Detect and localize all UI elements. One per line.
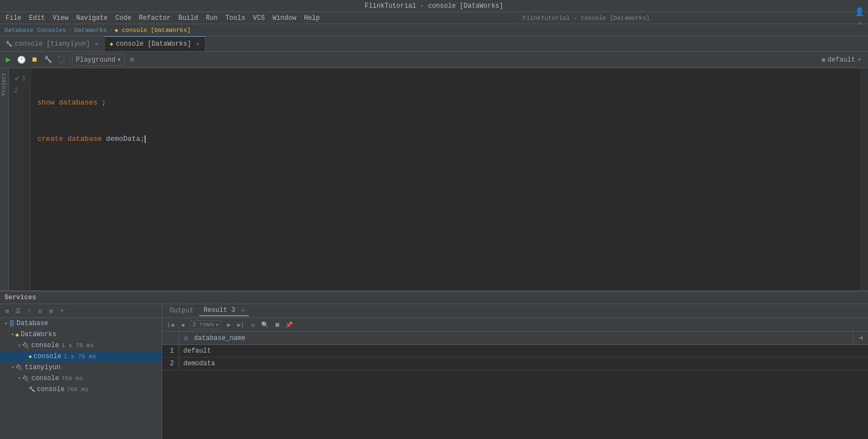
tree-database[interactable]: ▾ 🗄 Database <box>0 318 162 329</box>
line-2-num: 2 <box>9 85 26 97</box>
kw-databases: databases <box>59 97 97 109</box>
menu-refactor[interactable]: Refactor <box>136 13 174 23</box>
line-1-num: ✓ 1 <box>9 73 26 85</box>
table-row: 2 demodata <box>162 358 868 370</box>
tree-timing-2: 1 s 76 ms <box>63 353 96 360</box>
col-rownum <box>162 332 179 345</box>
row-2-num: 2 <box>162 358 179 370</box>
tree-database-label: Database <box>16 320 48 327</box>
results-table: ⊟ database_name ⊣ 1 default <box>162 332 868 370</box>
line-numbers: ✓ 1 2 <box>9 68 31 290</box>
playground-label: Playground <box>76 56 115 64</box>
menu-tools[interactable]: Tools <box>222 13 248 23</box>
con-icon-1: 🔌 <box>22 342 30 349</box>
breadcrumb-current: ◆ console [DataWorks] <box>115 27 191 34</box>
menu-edit[interactable]: Edit <box>26 13 48 23</box>
dw-icon: ◆ <box>15 331 19 338</box>
menu-navigate[interactable]: Navigate <box>73 13 111 23</box>
results-tabs: Output Result 3 ✕ <box>162 304 868 318</box>
tree-console-tyy-parent[interactable]: ▾ 🔌 console 766 ms <box>0 373 162 384</box>
stop-button[interactable]: ⏹ <box>29 54 41 66</box>
tree-console-dw-label: console <box>31 342 59 349</box>
svc-list-btn[interactable]: ☰ <box>13 306 23 316</box>
tree-console-dw-child-label: console <box>34 353 61 360</box>
left-sidebar: Project <box>0 68 9 290</box>
res-search-btn[interactable]: 🔍 <box>260 320 270 330</box>
run-button[interactable]: ▶ <box>2 54 14 66</box>
tree-dataworks[interactable]: ▾ ◆ DataWorks <box>0 329 162 340</box>
table-icon[interactable]: ⊞ <box>126 54 138 66</box>
menu-vcs[interactable]: VCS <box>250 13 268 23</box>
col-database-name-label: database_name <box>194 334 246 342</box>
title-bar: FlinkTutorial - console [DataWorks] <box>0 0 868 12</box>
svc-grid-btn[interactable]: ⊞ <box>2 306 12 316</box>
col-database-name: ⊟ database_name <box>179 332 853 345</box>
tab-tianyiyun-label: console [tianyiyun] <box>15 40 90 48</box>
tab-tianyiyun-close[interactable]: ✕ <box>95 41 98 47</box>
kw-database: database <box>68 133 102 145</box>
tree-console-tyy-child[interactable]: 🔧 console 766 ms <box>0 384 162 395</box>
services-toolbar: ⊞ ☰ ↕ ⊟ ⊞ + <box>0 304 162 318</box>
res-prev-btn[interactable]: ◀ <box>178 320 187 330</box>
results-toolbar: |◀ ◀ 2 rows ▾ ▶ ▶| ↻ 🔍 ⏹ 📌 <box>162 318 868 332</box>
menu-code[interactable]: Code <box>112 13 135 23</box>
tree-console-dw-parent[interactable]: ▾ 🔌 console 1 s 76 ms <box>0 340 162 351</box>
dataworks-icon-tab: ◆ <box>110 41 113 47</box>
col-icon: ⊟ <box>185 336 188 342</box>
menu-file[interactable]: File <box>2 13 25 23</box>
tree-tianyiyun[interactable]: ▾ 🔌 tianyiyun <box>0 362 162 373</box>
editor-scrollbar[interactable] <box>860 68 868 290</box>
menu-window[interactable]: Window <box>269 13 300 23</box>
clock-button[interactable]: 🕐 <box>15 54 27 66</box>
result3-tab-close[interactable]: ✕ <box>241 308 245 314</box>
tab-tianyiyun[interactable]: 🔧 console [tianyiyun] ✕ <box>0 36 104 51</box>
bottom-panel-header: Services <box>0 292 868 304</box>
menu-run[interactable]: Run <box>202 13 221 23</box>
bottom-panel-content: ⊞ ☰ ↕ ⊟ ⊞ + ▾ 🗄 Database ▾ ◆ DataWorks <box>0 304 868 439</box>
wrench-button[interactable]: 🔧 <box>42 54 54 66</box>
row-1-num: 1 <box>162 345 179 358</box>
services-label: Services <box>4 294 36 301</box>
svc-group-btn[interactable]: ⊟ <box>35 306 45 316</box>
table-row: 1 default <box>162 345 868 358</box>
tree-timing-1: 1 s 76 ms <box>61 342 93 349</box>
menu-build[interactable]: Build <box>175 13 201 23</box>
breadcrumb-db-consoles[interactable]: Database Consoles <box>4 27 66 34</box>
menu-bar: File Edit View Navigate Code Refactor Bu… <box>0 12 868 24</box>
res-last-btn[interactable]: ▶| <box>236 320 246 330</box>
res-next-btn[interactable]: ▶ <box>224 320 234 330</box>
res-refresh-btn[interactable]: ↻ <box>248 320 258 330</box>
menu-view[interactable]: View <box>49 13 72 23</box>
tree-console-dw-child[interactable]: ◆ console 1 s 76 ms <box>0 351 162 362</box>
tab-dataworks[interactable]: ◆ console [DataWorks] ✕ <box>104 36 206 51</box>
user-icon[interactable]: 👤 <box>854 6 866 18</box>
window-title: FlinkTutorial - console [DataWorks] <box>364 2 503 10</box>
row-1-database-name: default <box>179 345 853 358</box>
square-button[interactable]: ⬛ <box>55 54 67 66</box>
editor-area: ✓ 1 2 show databases ; create database d… <box>9 68 868 290</box>
menu-help[interactable]: Help <box>301 13 323 23</box>
playground-dropdown[interactable]: Playground ▾ <box>72 54 125 66</box>
rows-selector[interactable]: 2 rows ▾ <box>190 320 222 330</box>
res-pin-btn[interactable]: 📌 <box>284 320 294 330</box>
res-stop-btn[interactable]: ⏹ <box>272 320 282 330</box>
services-tree: ⊞ ☰ ↕ ⊟ ⊞ + ▾ 🗄 Database ▾ ◆ DataWorks <box>0 304 162 439</box>
toolbar-right: ▣ default ▾ <box>822 56 866 64</box>
svc-filter-btn[interactable]: ⊞ <box>46 306 56 316</box>
tab-dataworks-label: console [DataWorks] <box>116 40 191 48</box>
kw-show: show <box>37 97 54 109</box>
kw-create: create <box>37 133 63 145</box>
res-first-btn[interactable]: |◀ <box>165 320 175 330</box>
tab-dataworks-close[interactable]: ✕ <box>196 41 200 47</box>
breadcrumb-dataworks[interactable]: DataWorks <box>74 27 107 34</box>
code-editor[interactable]: ✓ 1 2 show databases ; create database d… <box>9 68 868 290</box>
expand-dataworks: ▾ <box>11 331 14 338</box>
results-tab-result3[interactable]: Result 3 ✕ <box>199 305 249 316</box>
main-area: Project ✓ 1 2 show databases ; creat <box>0 68 868 290</box>
code-content[interactable]: show databases ; create database demoDat… <box>31 68 860 290</box>
tree-dataworks-label: DataWorks <box>21 331 57 338</box>
results-tab-output[interactable]: Output <box>165 306 198 316</box>
svc-add-btn[interactable]: + <box>57 306 67 316</box>
expand-console-dw: ▾ <box>18 342 21 349</box>
svc-sort-btn[interactable]: ↕ <box>24 306 34 316</box>
